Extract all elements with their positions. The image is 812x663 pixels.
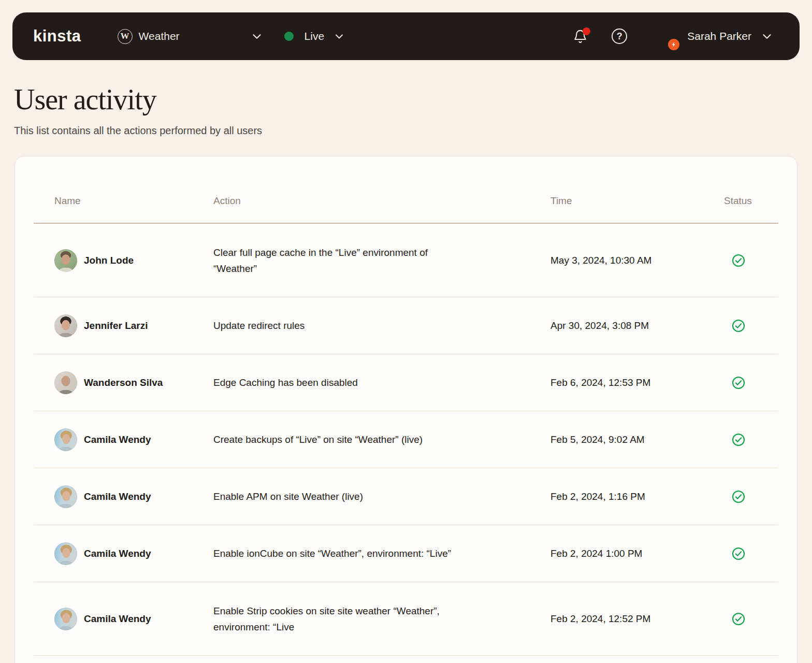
table-row: Jennifer Larzi Update redirect rules Apr… bbox=[34, 297, 778, 354]
time-cell: Feb 2, 2024 1:00 PM bbox=[550, 548, 724, 559]
site-selector-label: Weather bbox=[139, 30, 180, 42]
chevron-down-icon bbox=[250, 30, 264, 43]
table-row: John Lode Clear full page cache in the “… bbox=[34, 224, 778, 297]
status-success-icon bbox=[731, 546, 746, 561]
status-cell bbox=[724, 546, 778, 561]
avatar bbox=[54, 542, 77, 565]
status-cell bbox=[724, 433, 778, 447]
table-row: Camila Wendy Enable ionCube on site “Wea… bbox=[34, 525, 778, 582]
action-cell: Enable APM on site Weather (live) bbox=[213, 488, 550, 505]
action-cell: Clear full page cache in the “Live” envi… bbox=[213, 244, 550, 277]
notification-badge bbox=[583, 27, 590, 35]
user-cell: Camila Wendy bbox=[54, 542, 213, 565]
wordpress-icon: W bbox=[118, 29, 133, 44]
avatar bbox=[54, 428, 77, 451]
status-cell bbox=[724, 376, 778, 390]
live-status-dot-icon bbox=[284, 32, 294, 41]
status-cell bbox=[724, 612, 778, 626]
user-cell: Camila Wendy bbox=[54, 428, 213, 451]
action-cell: Enable Strip cookies on site site weathe… bbox=[213, 603, 550, 635]
user-name: Jennifer Larzi bbox=[84, 320, 148, 332]
user-name: Sarah Parker bbox=[687, 30, 751, 42]
status-cell bbox=[724, 489, 778, 504]
action-cell: Create backups of “Live” on site “Weathe… bbox=[213, 431, 550, 448]
user-cell: Camila Wendy bbox=[54, 608, 213, 630]
user-name: Camila Wendy bbox=[84, 548, 151, 559]
status-cell bbox=[724, 319, 778, 333]
lightning-badge-icon bbox=[668, 39, 679, 50]
column-header-status: Status bbox=[724, 195, 778, 207]
action-cell: Enable ionCube on site “Weather”, enviro… bbox=[213, 545, 550, 561]
help-button[interactable]: ? bbox=[612, 28, 627, 44]
table-row: Camila Wendy Create backups of “Live” on… bbox=[34, 411, 778, 468]
user-name: Wanderson Silva bbox=[84, 377, 163, 388]
question-mark-icon: ? bbox=[617, 31, 622, 42]
avatar bbox=[54, 314, 77, 337]
action-cell: Edge Caching has been disabled bbox=[213, 374, 550, 391]
column-header-name: Name bbox=[54, 195, 213, 207]
status-success-icon bbox=[731, 319, 746, 333]
user-cell: Jennifer Larzi bbox=[54, 314, 213, 337]
navbar-right: ? Sarah Parker bbox=[573, 24, 800, 49]
user-name: Camila Wendy bbox=[84, 434, 151, 445]
user-cell: Wanderson Silva bbox=[54, 371, 213, 394]
top-navbar: kinsta W Weather Live ? bbox=[12, 12, 800, 60]
table-header: Name Action Time Status bbox=[34, 156, 778, 224]
time-cell: Feb 2, 2024, 1:16 PM bbox=[550, 491, 724, 502]
notifications-button[interactable] bbox=[573, 29, 588, 44]
time-cell: Feb 5, 2024, 9:02 AM bbox=[550, 434, 724, 445]
column-header-time: Time bbox=[550, 195, 724, 207]
action-cell: Update redirect rules bbox=[213, 318, 550, 334]
user-name: John Lode bbox=[84, 255, 134, 266]
status-success-icon bbox=[731, 376, 746, 390]
status-success-icon bbox=[731, 433, 746, 447]
status-success-icon bbox=[731, 253, 746, 268]
page-subtitle: This list contains all the actions perfo… bbox=[14, 125, 812, 137]
environment-label: Live bbox=[304, 30, 325, 42]
kinsta-logo[interactable]: kinsta bbox=[33, 27, 81, 46]
user-cell: John Lode bbox=[54, 249, 213, 272]
chevron-down-icon bbox=[333, 30, 345, 42]
user-activity-card: Name Action Time Status John Lode Clear … bbox=[15, 156, 798, 663]
time-cell: Feb 2, 2024, 12:52 PM bbox=[550, 613, 724, 625]
time-cell: May 3, 2024, 10:30 AM bbox=[550, 255, 724, 266]
user-cell: Camila Wendy bbox=[54, 485, 213, 508]
status-success-icon bbox=[731, 489, 746, 504]
status-success-icon bbox=[731, 612, 746, 626]
navbar-left: kinsta W Weather Live bbox=[12, 27, 345, 46]
avatar bbox=[54, 249, 77, 272]
table-body: John Lode Clear full page cache in the “… bbox=[34, 224, 778, 656]
time-cell: Feb 6, 2024, 12:53 PM bbox=[550, 377, 724, 388]
user-name: Camila Wendy bbox=[84, 613, 151, 625]
user-avatar-wrap bbox=[651, 24, 676, 49]
avatar bbox=[54, 485, 77, 508]
column-header-action: Action bbox=[213, 195, 550, 207]
status-cell bbox=[724, 253, 778, 268]
table-row: Camila Wendy Enable APM on site Weather … bbox=[34, 468, 778, 525]
environment-selector-dropdown[interactable]: Live bbox=[284, 30, 346, 42]
user-menu[interactable]: Sarah Parker bbox=[651, 24, 774, 49]
avatar bbox=[54, 608, 77, 630]
user-name: Camila Wendy bbox=[84, 491, 151, 502]
site-selector-dropdown[interactable]: W Weather bbox=[118, 29, 264, 44]
page-title: User activity bbox=[14, 83, 812, 116]
table-row: Wanderson Silva Edge Caching has been di… bbox=[34, 354, 778, 411]
avatar bbox=[54, 371, 77, 394]
time-cell: Apr 30, 2024, 3:08 PM bbox=[550, 320, 724, 332]
page-header: User activity This list contains all the… bbox=[14, 83, 812, 137]
chevron-down-icon bbox=[760, 30, 774, 43]
table-row: Camila Wendy Enable Strip cookies on sit… bbox=[34, 582, 778, 656]
